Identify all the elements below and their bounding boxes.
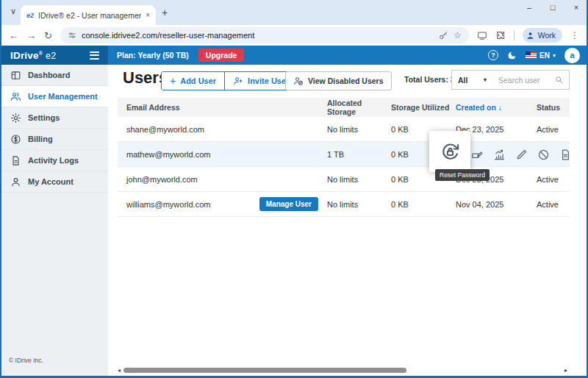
- extensions-puzzle-icon[interactable]: [495, 30, 506, 40]
- site-settings-icon[interactable]: [68, 31, 76, 40]
- tab-search-icon[interactable]: ∨: [7, 7, 19, 18]
- header-storage-utilized: Storage Utilized: [391, 103, 456, 112]
- edit-pencil-icon[interactable]: [515, 149, 528, 161]
- document-icon: [10, 155, 21, 166]
- dark-mode-moon-icon[interactable]: [507, 51, 517, 60]
- search-icon[interactable]: [554, 75, 564, 85]
- cell-email: williams@myworld.com: [126, 200, 210, 209]
- tab-title: IDrive® e2 - User management: [38, 11, 141, 20]
- tab-strip: ∨ e2 IDrive® e2 - User management × + – …: [1, 0, 587, 25]
- scroll-right-icon[interactable]: ▸: [564, 367, 567, 374]
- dashboard-icon: [10, 70, 21, 81]
- user-filter-dropdown[interactable]: All ▾: [451, 70, 493, 90]
- cell-allocated: No limits: [327, 125, 391, 134]
- table-row[interactable]: shane@myworld.com No limits 0 KB Dec 23,…: [118, 117, 570, 142]
- sidebar-item-billing[interactable]: Billing: [1, 129, 108, 150]
- sidebar-item-user-management[interactable]: User Management: [1, 86, 108, 107]
- hamburger-menu-icon[interactable]: [90, 51, 99, 60]
- chevron-down-icon: ▾: [484, 76, 487, 83]
- tab-close-icon[interactable]: ×: [146, 11, 150, 19]
- refresh-icon[interactable]: ↻: [44, 30, 52, 41]
- sidebar-item-label: My Account: [28, 177, 74, 186]
- cell-allocated: No limits: [327, 200, 391, 209]
- add-user-button[interactable]: + Add User: [162, 72, 225, 90]
- browser-menu-icon[interactable]: ⋮: [570, 30, 579, 40]
- browser-window: ∨ e2 IDrive® e2 - User management × + – …: [0, 0, 588, 378]
- cell-status: Active: [537, 175, 570, 184]
- add-user-label: Add User: [180, 76, 216, 85]
- profile-avatar-icon: [526, 31, 535, 40]
- table-header-row: Email Address Allocated Storage Storage …: [118, 98, 570, 117]
- tab-favicon: e2: [26, 12, 34, 19]
- plus-icon: +: [170, 75, 176, 87]
- us-flag-icon: [526, 51, 537, 59]
- copyright-text: © IDrive Inc.: [9, 357, 43, 364]
- forward-icon[interactable]: →: [26, 30, 36, 41]
- sidebar-item-settings[interactable]: Settings: [1, 107, 108, 129]
- person-slash-icon: [293, 76, 304, 86]
- upgrade-button[interactable]: Upgrade: [198, 49, 245, 62]
- cell-allocated: 1 TB: [327, 150, 391, 159]
- filter-value: All: [458, 76, 467, 85]
- language-selector[interactable]: EN ▾: [526, 51, 556, 60]
- browser-tab[interactable]: e2 IDrive® e2 - User management ×: [21, 5, 156, 25]
- view-disabled-users-button[interactable]: View Disabled Users: [285, 71, 392, 90]
- toolbar-divider: [514, 30, 514, 40]
- browser-toolbar: ← → ↻ console.idrivee2.com/reseller-user…: [1, 25, 587, 46]
- cell-created: Nov 04, 2025: [456, 200, 537, 209]
- back-icon[interactable]: ←: [9, 30, 18, 41]
- cell-email: mathew@myworld.com: [118, 150, 327, 159]
- profile-chip[interactable]: Work: [523, 28, 562, 43]
- reset-password-tooltip: Reset Password: [435, 169, 490, 181]
- idrive-logo: IDrive® e2: [10, 50, 56, 61]
- close-button[interactable]: ×: [572, 3, 581, 12]
- cell-status: Active: [537, 125, 570, 134]
- share-screen-icon[interactable]: [477, 30, 487, 40]
- table-row[interactable]: john@myworld.com No limits 0 KB Dec 23, …: [118, 167, 570, 192]
- reset-password-button[interactable]: [429, 131, 470, 172]
- edit-access-key-icon[interactable]: [471, 149, 484, 161]
- scroll-left-icon[interactable]: ◂: [118, 367, 121, 374]
- search-input[interactable]: [498, 76, 551, 85]
- url-text: console.idrivee2.com/reseller-user-manag…: [82, 31, 434, 40]
- user-logs-icon[interactable]: [559, 149, 572, 161]
- person-icon: [10, 176, 21, 188]
- maximize-button[interactable]: □: [548, 3, 557, 12]
- chevron-down-icon: ▾: [553, 52, 556, 59]
- sidebar-item-dashboard[interactable]: Dashboard: [1, 65, 108, 86]
- header-created-on[interactable]: Created on ↓: [456, 103, 537, 112]
- view-disabled-users-label: View Disabled Users: [308, 76, 384, 85]
- manage-user-button[interactable]: Manage User: [259, 197, 318, 211]
- bookmark-star-icon[interactable]: ☆: [453, 30, 462, 40]
- sidebar-item-label: Billing: [28, 135, 53, 143]
- new-tab-button[interactable]: +: [162, 7, 168, 18]
- user-actions-group: + Add User Invite Users: [161, 71, 302, 90]
- sidebar: Dashboard User Management Settings Billi…: [1, 65, 108, 376]
- help-icon[interactable]: ?: [488, 50, 498, 60]
- password-key-icon[interactable]: [439, 31, 448, 40]
- sidebar-item-label: Activity Logs: [28, 156, 79, 165]
- logo-block: IDrive® e2: [1, 46, 108, 65]
- account-avatar[interactable]: a: [564, 48, 580, 63]
- person-plus-icon: [233, 76, 243, 86]
- users-icon: [10, 91, 21, 102]
- header-status: Status: [537, 103, 570, 112]
- usage-stats-icon[interactable]: [493, 149, 506, 161]
- address-bar[interactable]: console.idrivee2.com/reseller-user-manag…: [60, 27, 469, 43]
- table-row-hovered[interactable]: mathew@myworld.com 1 TB 0 KB Reset Passw…: [118, 142, 570, 167]
- disable-user-ban-icon[interactable]: [537, 149, 550, 161]
- sidebar-item-label: Settings: [28, 113, 60, 122]
- scrollbar-thumb[interactable]: [123, 368, 406, 373]
- sidebar-item-activity-logs[interactable]: Activity Logs: [1, 150, 108, 171]
- cell-allocated: No limits: [327, 175, 391, 184]
- sidebar-item-label: User Management: [28, 92, 98, 101]
- billing-dollar-icon: [10, 134, 21, 145]
- language-label: EN: [539, 51, 550, 60]
- minimize-button[interactable]: –: [525, 3, 534, 12]
- sidebar-item-my-account[interactable]: My Account: [1, 171, 108, 193]
- plan-label: Plan: Yearly (50 TB): [117, 51, 189, 60]
- horizontal-scrollbar[interactable]: ◂ ▸: [118, 367, 567, 374]
- header-email: Email Address: [118, 103, 327, 112]
- row-action-icons: [471, 142, 572, 167]
- table-row[interactable]: williams@myworld.com Manage User No limi…: [118, 192, 570, 217]
